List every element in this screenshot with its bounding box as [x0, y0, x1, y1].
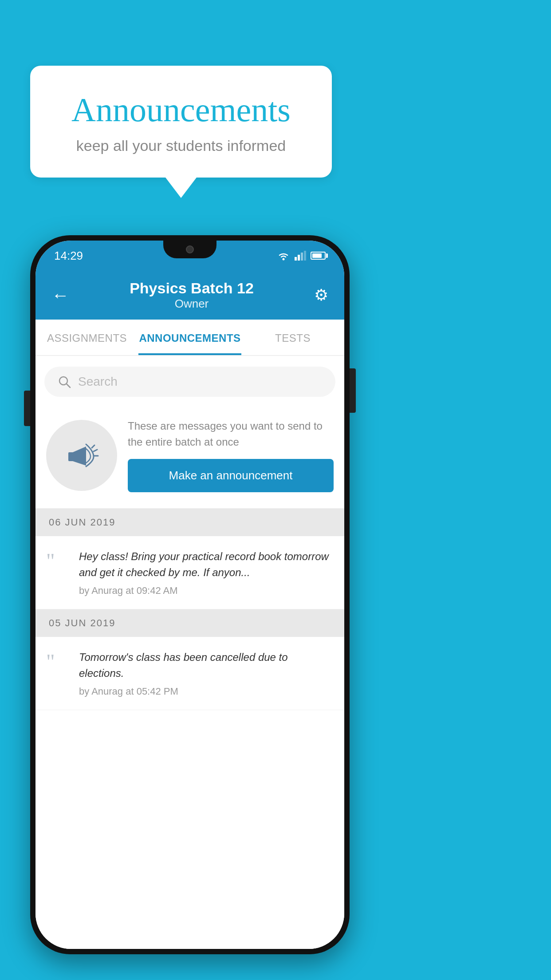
phone-screen: 14:29 [35, 241, 344, 949]
tabs-bar: ASSIGNMENTS ANNOUNCEMENTS TESTS [35, 320, 344, 356]
announcement-meta-1: by Anurag at 09:42 AM [79, 585, 334, 597]
phone-wrapper: 14:29 [30, 235, 350, 954]
status-bar: 14:29 [35, 241, 344, 271]
tab-tests[interactable]: TESTS [241, 320, 344, 355]
signal-icon [295, 251, 306, 261]
speech-bubble-container: Announcements keep all your students inf… [30, 66, 332, 178]
announcement-item-2[interactable]: " Tomorrow's class has been cancelled du… [35, 637, 344, 710]
quote-icon-2: " [46, 651, 68, 672]
promo-icon-circle [46, 420, 117, 491]
announcement-text-1: Hey class! Bring your practical record b… [79, 549, 334, 581]
search-icon [58, 375, 71, 388]
announcement-content-2: Tomorrow's class has been cancelled due … [79, 649, 334, 697]
app-bar-title: Physics Batch 12 [130, 280, 254, 297]
promo-section: These are messages you want to send to t… [35, 407, 344, 509]
svg-line-8 [92, 445, 94, 448]
promo-right: These are messages you want to send to t… [128, 418, 334, 492]
announcement-text-2: Tomorrow's class has been cancelled due … [79, 649, 334, 681]
svg-rect-3 [301, 253, 303, 261]
svg-point-0 [283, 258, 285, 261]
quote-icon-1: " [46, 550, 68, 572]
promo-description: These are messages you want to send to t… [128, 418, 334, 450]
settings-button[interactable]: ⚙ [314, 286, 328, 304]
date-divider-1: 06 JUN 2019 [35, 509, 344, 536]
megaphone-icon [62, 435, 102, 475]
svg-rect-2 [298, 255, 300, 261]
tab-announcements[interactable]: ANNOUNCEMENTS [138, 320, 241, 355]
announcement-content-1: Hey class! Bring your practical record b… [79, 549, 334, 597]
status-icons [277, 251, 326, 261]
search-placeholder: Search [78, 375, 118, 389]
status-time: 14:29 [54, 249, 83, 263]
announcement-item-1[interactable]: " Hey class! Bring your practical record… [35, 536, 344, 609]
svg-line-6 [67, 384, 70, 387]
speech-bubble-subtitle: keep all your students informed [57, 137, 305, 154]
tab-assignments[interactable]: ASSIGNMENTS [35, 320, 138, 355]
notch [163, 241, 216, 258]
app-bar-subtitle: Owner [130, 297, 254, 311]
wifi-icon [277, 251, 290, 261]
battery-icon [311, 252, 326, 260]
content-area: Search [35, 356, 344, 949]
svg-rect-4 [304, 251, 306, 261]
announcement-meta-2: by Anurag at 05:42 PM [79, 686, 334, 697]
svg-rect-1 [295, 257, 297, 261]
notch-camera [186, 245, 194, 253]
back-button[interactable]: ← [51, 285, 69, 305]
speech-bubble-title: Announcements [57, 91, 305, 129]
search-bar[interactable]: Search [44, 367, 335, 397]
app-bar-title-group: Physics Batch 12 Owner [130, 280, 254, 311]
phone-outer: 14:29 [30, 235, 350, 954]
svg-rect-7 [68, 452, 74, 461]
svg-line-9 [94, 450, 97, 451]
make-announcement-button[interactable]: Make an announcement [128, 459, 334, 492]
app-bar: ← Physics Batch 12 Owner ⚙ [35, 271, 344, 320]
speech-bubble: Announcements keep all your students inf… [30, 66, 332, 178]
date-divider-2: 05 JUN 2019 [35, 609, 344, 637]
